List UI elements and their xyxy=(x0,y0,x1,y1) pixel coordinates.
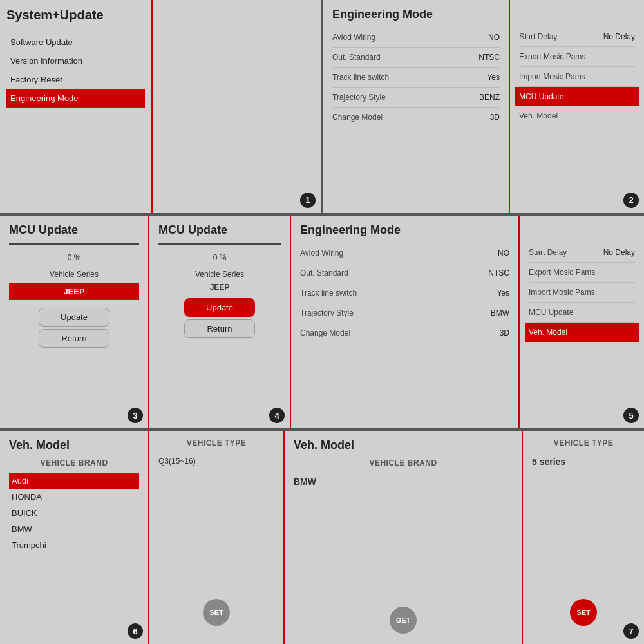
eng-row-0: Aviod Wiring NO xyxy=(332,28,500,48)
panel-67: Veh. Model VEHICLE BRAND Audi HONDA BUIC… xyxy=(0,431,644,644)
p5-row-3: Trajectory Style BMW xyxy=(300,303,509,323)
p3-percent: 0 % xyxy=(9,253,139,262)
badge-6: 6 xyxy=(128,623,143,639)
brand-buick[interactable]: BUICK xyxy=(9,505,139,521)
p5-row-2: Track line switch Yes xyxy=(300,283,509,303)
menu-software-update[interactable]: Software Update xyxy=(6,33,145,52)
p5-row-1: Out. Standard NTSC xyxy=(300,263,509,283)
panel-7-type: VEHICLE TYPE 5 series SET 7 xyxy=(522,431,644,644)
p6-title: Veh. Model xyxy=(9,439,139,452)
p7-type-value: 5 series xyxy=(532,453,635,471)
p3-progress xyxy=(9,243,139,245)
menu-engineering-mode[interactable]: Engineering Mode xyxy=(6,89,145,108)
p5-right-row-4-hl[interactable]: Veh. Model xyxy=(525,323,639,342)
p7-title: Veh. Model xyxy=(294,439,513,452)
p6-type-col-title: VEHICLE TYPE xyxy=(158,439,274,448)
menu-factory-reset[interactable]: Factory Reset xyxy=(6,70,145,89)
panel2-title: Engineering Mode xyxy=(332,8,500,21)
panel1-menu: Software Update Version Information Fact… xyxy=(6,33,145,108)
p4-title: MCU Update xyxy=(158,223,281,237)
eng-row-1: Out. Standard NTSC xyxy=(332,48,500,68)
p7-brand-value: BMW xyxy=(294,473,513,491)
panel-5-left: Engineering Mode Aviod Wiring NO Out. St… xyxy=(290,216,518,429)
badge-4: 4 xyxy=(269,408,285,423)
panel-3: MCU Update 0 % Vehicle Series JEEP Updat… xyxy=(0,216,148,429)
badge-3: 3 xyxy=(128,408,143,423)
panel1-title: System+Update xyxy=(6,8,145,23)
panel-34: MCU Update 0 % Vehicle Series JEEP Updat… xyxy=(0,216,644,429)
brand-audi[interactable]: Audi xyxy=(9,473,139,489)
eng-row-2: Track line switch Yes xyxy=(332,68,500,88)
p3-series-label: Vehicle Series xyxy=(9,270,139,279)
eng-right-row-4[interactable]: Veh. Model xyxy=(519,106,635,126)
badge-5: 5 xyxy=(623,408,639,423)
brand-honda[interactable]: HONDA xyxy=(9,489,139,505)
p6-set-button[interactable]: SET xyxy=(203,599,230,626)
p7-set-button[interactable]: SET xyxy=(570,599,597,626)
p7-brand-col-title: VEHICLE BRAND xyxy=(294,459,513,468)
p7-get-button[interactable]: GET xyxy=(390,607,417,634)
brand-trumpchi[interactable]: Trumpchi xyxy=(9,537,139,553)
p3-update-btn[interactable]: Update xyxy=(39,308,109,327)
p6-type-value: Q3(15~16) xyxy=(158,453,274,469)
p4-update-btn[interactable]: Update xyxy=(184,298,255,317)
p7-type-col-title: VEHICLE TYPE xyxy=(532,439,635,448)
eng-right-row-0: Start Delay No Delay xyxy=(519,27,635,47)
p4-return-btn[interactable]: Return xyxy=(184,319,255,338)
p5-right-row-0: Start Delay No Delay xyxy=(529,243,635,263)
brand-bmw[interactable]: BMW xyxy=(9,521,139,537)
eng-row-4: Change Model 3D xyxy=(332,108,500,127)
p3-title: MCU Update xyxy=(9,223,139,237)
p4-percent: 0 % xyxy=(158,253,281,262)
badge-7: 7 xyxy=(623,623,639,639)
eng-row-3: Trajectory Style BENZ xyxy=(332,88,500,108)
eng-right-row-3-hl[interactable]: MCU Update xyxy=(515,87,639,106)
panel-6-brands: Veh. Model VEHICLE BRAND Audi HONDA BUIC… xyxy=(0,431,148,644)
panel-5-right: Start Delay No Delay Export Mosic Pams I… xyxy=(518,216,644,429)
p3-return-btn[interactable]: Return xyxy=(39,329,109,348)
p4-progress xyxy=(158,243,281,245)
eng-right-row-2[interactable]: Import Mosic Pams xyxy=(519,67,635,87)
badge-1: 1 xyxy=(300,193,316,208)
menu-version-info[interactable]: Version Information xyxy=(6,52,145,70)
panel-1: System+Update Software Update Version In… xyxy=(0,0,321,213)
panel1-content xyxy=(151,0,321,213)
panel-6-type: VEHICLE TYPE Q3(15~16) SET xyxy=(148,431,283,644)
panel-2: Engineering Mode Aviod Wiring NO Out. St… xyxy=(321,0,644,213)
panel-7-brand: Veh. Model VEHICLE BRAND BMW GET xyxy=(283,431,522,644)
p5-row-4: Change Model 3D xyxy=(300,323,509,343)
eng-right-row-1[interactable]: Export Mosic Pams xyxy=(519,47,635,67)
p5-right-row-2[interactable]: Import Mosic Pams xyxy=(529,283,635,303)
badge-2: 2 xyxy=(623,193,639,208)
p5-right-row-3[interactable]: MCU Update xyxy=(529,303,635,323)
p5-title: Engineering Mode xyxy=(300,223,509,237)
p5-row-0: Aviod Wiring NO xyxy=(300,243,509,263)
p3-series-value: JEEP xyxy=(9,283,139,300)
p4-series-value: JEEP xyxy=(158,283,281,292)
p6-brand-list: Audi HONDA BUICK BMW Trumpchi xyxy=(9,473,139,553)
panel-4: MCU Update 0 % Vehicle Series JEEP Updat… xyxy=(148,216,290,429)
p5-right-row-1[interactable]: Export Mosic Pams xyxy=(529,263,635,283)
p6-brand-col-title: VEHICLE BRAND xyxy=(9,459,139,468)
panel2-right: Start Delay No Delay Export Mosic Pams I… xyxy=(509,0,644,213)
panel2-left: Engineering Mode Aviod Wiring NO Out. St… xyxy=(323,0,509,213)
p4-series-label: Vehicle Series xyxy=(158,270,281,279)
